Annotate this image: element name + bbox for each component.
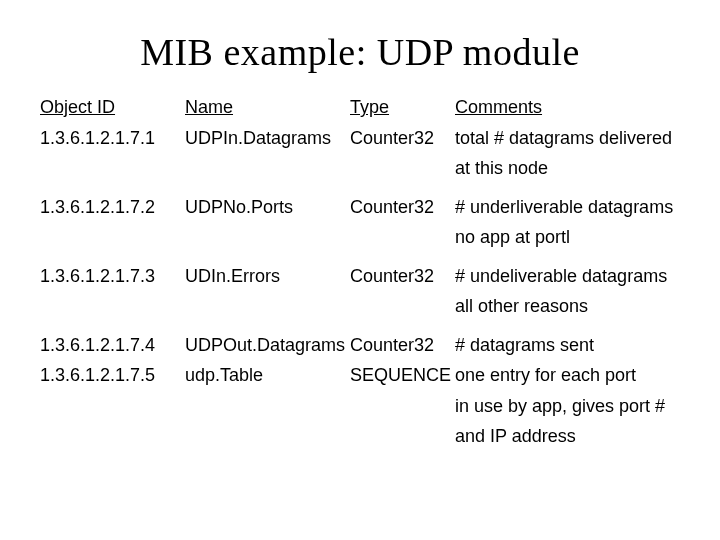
cell-oid: 1.3.6.1.2.1.7.1 xyxy=(40,127,185,150)
table-header-row: Object ID Name Type Comments xyxy=(40,96,680,119)
cell-comment-cont: at this node xyxy=(455,157,680,180)
table-row: 1.3.6.1.2.1.7.4 UDPOut.Datagrams Counter… xyxy=(40,334,680,357)
table-row-continuation: at this node xyxy=(40,157,680,180)
cell-type: Counter32 xyxy=(350,127,455,150)
table-row: 1.3.6.1.2.1.7.3 UDIn.Errors Counter32 # … xyxy=(40,265,680,288)
table-row-continuation: and IP address xyxy=(40,425,680,448)
header-object-id: Object ID xyxy=(40,96,185,119)
cell-name: UDPIn.Datagrams xyxy=(185,127,350,150)
cell-oid: 1.3.6.1.2.1.7.2 xyxy=(40,196,185,219)
header-comments: Comments xyxy=(455,96,680,119)
cell-name: udp.Table xyxy=(185,364,350,387)
cell-comment-cont: and IP address xyxy=(455,425,680,448)
cell-comment: # undeliverable datagrams xyxy=(455,265,680,288)
table-row: 1.3.6.1.2.1.7.5 udp.Table SEQUENCE one e… xyxy=(40,364,680,387)
slide-title: MIB example: UDP module xyxy=(40,30,680,74)
header-type: Type xyxy=(350,96,455,119)
cell-comment: total # datagrams delivered xyxy=(455,127,680,150)
table-row-continuation: in use by app, gives port # xyxy=(40,395,680,418)
table-row: 1.3.6.1.2.1.7.1 UDPIn.Datagrams Counter3… xyxy=(40,127,680,150)
cell-comment-cont: no app at portl xyxy=(455,226,680,249)
slide: MIB example: UDP module Object ID Name T… xyxy=(0,0,720,540)
cell-type: SEQUENCE xyxy=(350,364,455,387)
cell-name: UDPOut.Datagrams xyxy=(185,334,350,357)
table-row-continuation: all other reasons xyxy=(40,295,680,318)
table-row-continuation: no app at portl xyxy=(40,226,680,249)
table-row: 1.3.6.1.2.1.7.2 UDPNo.Ports Counter32 # … xyxy=(40,196,680,219)
cell-name: UDPNo.Ports xyxy=(185,196,350,219)
cell-oid: 1.3.6.1.2.1.7.4 xyxy=(40,334,185,357)
cell-name: UDIn.Errors xyxy=(185,265,350,288)
cell-type: Counter32 xyxy=(350,334,455,357)
cell-comment: # datagrams sent xyxy=(455,334,680,357)
cell-type: Counter32 xyxy=(350,196,455,219)
cell-comment-cont: in use by app, gives port # xyxy=(455,395,680,418)
cell-comment-cont: all other reasons xyxy=(455,295,680,318)
cell-comment: # underliverable datagrams xyxy=(455,196,680,219)
cell-type: Counter32 xyxy=(350,265,455,288)
header-name: Name xyxy=(185,96,350,119)
cell-oid: 1.3.6.1.2.1.7.5 xyxy=(40,364,185,387)
mib-table: Object ID Name Type Comments 1.3.6.1.2.1… xyxy=(40,96,680,448)
cell-comment: one entry for each port xyxy=(455,364,680,387)
cell-oid: 1.3.6.1.2.1.7.3 xyxy=(40,265,185,288)
